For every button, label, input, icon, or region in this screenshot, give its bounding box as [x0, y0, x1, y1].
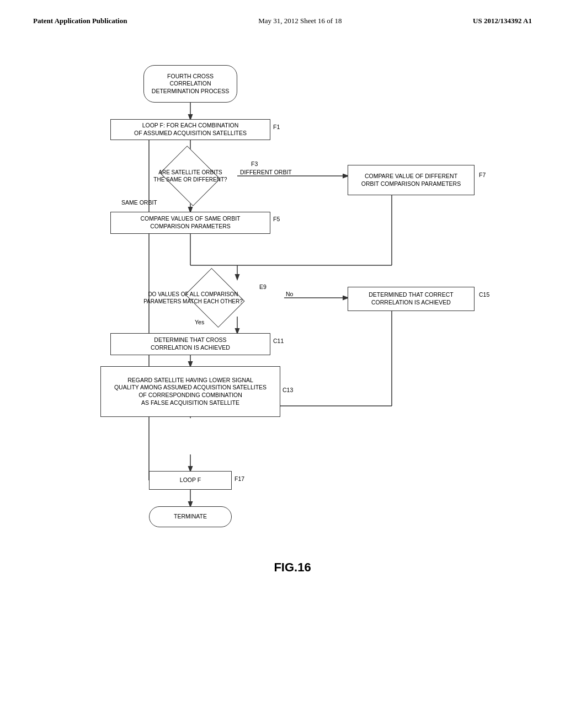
terminate-label: TERMINATE [174, 513, 207, 521]
f3-tag: F3 [251, 160, 258, 167]
different-orbit-label: DIFFERENT ORBIT [240, 169, 292, 175]
terminate-box: TERMINATE [149, 506, 232, 527]
c15-tag: C15 [479, 291, 489, 298]
diagram-area: FOURTH CROSS CORRELATION DETERMINATION P… [33, 58, 532, 575]
c15-label: DETERMINED THAT CORRECT CORRELATION IS A… [369, 291, 453, 306]
c13-box: REGARD SATELLITE HAVING LOWER SIGNAL QUA… [100, 366, 280, 417]
no-label: No [286, 291, 293, 297]
c13-tag: C13 [282, 387, 293, 393]
f7-box: COMPARE VALUE OF DIFFERENT ORBIT COMPARI… [348, 165, 475, 195]
loop-f-end-box: LOOP F [149, 471, 232, 490]
c11-tag: C11 [273, 338, 284, 344]
loop-f-label: LOOP F: FOR EACH COMBINATION OF ASSUMED … [134, 122, 247, 137]
start-box: FOURTH CROSS CORRELATION DETERMINATION P… [143, 65, 237, 103]
diamond-e9-label: DO VALUES OF ALL COMPARISON PARAMETERS M… [130, 281, 257, 315]
yes-label: Yes [195, 319, 204, 325]
f5-tag: F5 [273, 216, 280, 222]
loop-f-end-label: LOOP F [180, 477, 201, 484]
page: Patent Application Publication May 31, 2… [0, 0, 565, 728]
c15-box: DETERMINED THAT CORRECT CORRELATION IS A… [348, 287, 475, 311]
header: Patent Application Publication May 31, 2… [33, 17, 532, 25]
fig-label: FIG.16 [77, 560, 508, 575]
e9-tag: E9 [259, 283, 266, 290]
c11-box: DETERMINE THAT CROSS CORRELATION IS ACHI… [110, 333, 270, 355]
header-right: US 2012/134392 A1 [473, 17, 532, 25]
loop-f-box: LOOP F: FOR EACH COMBINATION OF ASSUMED … [110, 119, 270, 140]
c11-label: DETERMINE THAT CROSS CORRELATION IS ACHI… [151, 336, 230, 351]
f5-label: COMPARE VALUES OF SAME ORBIT COMPARISON … [140, 215, 240, 230]
f7-label: COMPARE VALUE OF DIFFERENT ORBIT COMPARI… [361, 173, 461, 188]
diamond-f3-label: ARE SATELLITE ORBITS THE SAME OR DIFFERE… [132, 159, 248, 192]
same-orbit-label: SAME ORBIT [121, 199, 157, 206]
flowchart: FOURTH CROSS CORRELATION DETERMINATION P… [77, 58, 508, 555]
header-left: Patent Application Publication [33, 17, 127, 25]
start-label: FOURTH CROSS CORRELATION DETERMINATION P… [152, 73, 229, 95]
f7-tag: F7 [479, 172, 486, 178]
c13-label: REGARD SATELLITE HAVING LOWER SIGNAL QUA… [114, 377, 266, 407]
f1-tag: F1 [273, 124, 280, 130]
f5-box: COMPARE VALUES OF SAME ORBIT COMPARISON … [110, 212, 270, 234]
header-center: May 31, 2012 Sheet 16 of 18 [258, 17, 342, 25]
f17-tag: F17 [234, 475, 244, 482]
